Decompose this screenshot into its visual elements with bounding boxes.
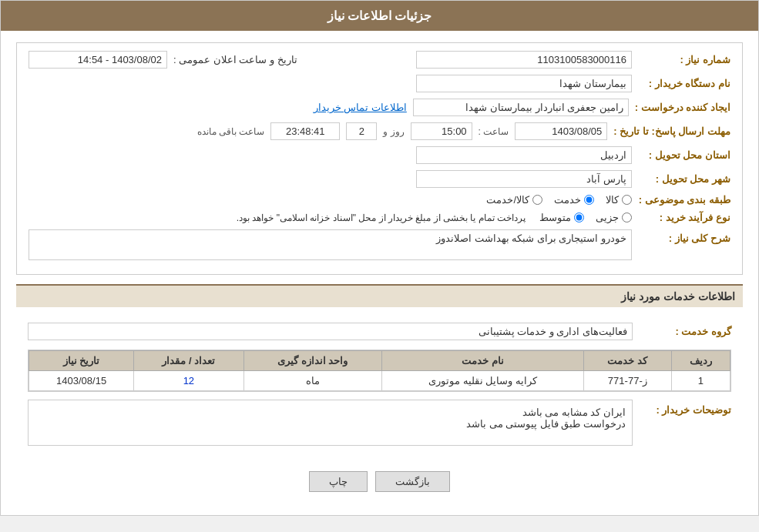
tarikh-elaan-label: تاریخ و ساعت اعلان عمومی : xyxy=(173,54,297,65)
row-ostan: استان محل تحویل : اردبیل xyxy=(29,146,730,164)
button-bar: بازگشت چاپ xyxy=(16,460,743,504)
ostan-value: اردبیل xyxy=(416,146,632,164)
cell-vahed: ماه xyxy=(243,371,382,391)
print-button[interactable]: چاپ xyxy=(309,471,368,492)
ijad-label: ایجاد کننده درخواست : xyxy=(635,102,730,113)
shahr-label: شهر محل تحویل : xyxy=(638,173,730,185)
table-header-row: ردیف کد خدمت نام خدمت واحد اندازه گیری ت… xyxy=(29,351,730,371)
tabaqe-label: طبقه بندی موضوعی : xyxy=(638,194,730,206)
tabaqe-kalakhadamat-item: کالا/خدمت xyxy=(486,194,542,206)
tabaqe-khadamat-label: خدمت xyxy=(554,194,581,206)
tozihat-line2: درخواست طبق فایل پیوستی می باشد xyxy=(35,418,626,430)
navoe-jazei-label: جزیی xyxy=(596,212,619,223)
cell-nam: کرایه وسایل نقلیه موتوری xyxy=(382,371,584,391)
contact-link[interactable]: اطلاعات تماس خریدار xyxy=(314,102,407,113)
row-shahr: شهر محل تحویل : پارس آباد xyxy=(29,170,730,188)
row-shomare: شماره نیاز : 1103100583000116 تاریخ و سا… xyxy=(29,51,730,69)
cell-radif: 1 xyxy=(671,371,730,391)
row-tabaqe: طبقه بندی موضوعی : کالا خدمت کالا/خدمت xyxy=(29,194,730,206)
tozihat-label: توضیحات خریدار : xyxy=(639,400,731,416)
col-tarikh: تاریخ نیاز xyxy=(29,351,134,371)
cell-tedad: 12 xyxy=(134,371,243,391)
tabaqe-kala-item: کالا xyxy=(606,194,632,206)
shahr-value: پارس آباد xyxy=(416,170,632,188)
navoe-motavaset-radio[interactable] xyxy=(574,212,584,223)
row-mohlat: مهلت ارسال پاسخ: تا تاریخ : 1403/08/05 س… xyxy=(29,122,730,140)
col-vahed: واحد اندازه گیری xyxy=(243,351,382,371)
tabaqe-khadamat-item: خدمت xyxy=(554,194,594,206)
tabaqe-khadamat-radio[interactable] xyxy=(584,195,594,205)
navoe-note: پرداخت تمام یا بخشی از مبلغ خریدار از مح… xyxy=(237,212,526,223)
navoe-label: نوع فرآیند خرید : xyxy=(638,212,730,223)
saat-label: ساعت : xyxy=(479,126,509,137)
namdastgah-value: بیمارستان شهدا xyxy=(416,75,632,92)
page-title: جزئیات اطلاعات نیاز xyxy=(327,9,432,22)
mohlat-label: مهلت ارسال پاسخ: تا تاریخ : xyxy=(613,125,730,137)
cell-kod: ز-77-771 xyxy=(583,371,671,391)
tabaqe-kalakhadamat-label: کالا/خدمت xyxy=(486,194,529,206)
tabaqe-kala-label: کالا xyxy=(606,194,619,206)
gorohe-value: فعالیت‌های اداری و خدمات پشتیبانی xyxy=(28,323,633,340)
gorohe-label: گروه خدمت : xyxy=(639,326,731,337)
row-gorohe: گروه خدمت : فعالیت‌های اداری و خدمات پشت… xyxy=(28,323,731,340)
tozihat-box: ایران کد مشابه می باشد درخواست طبق فایل … xyxy=(28,400,633,446)
mande-label: ساعت باقی مانده xyxy=(197,126,265,137)
cell-tarikh: 1403/08/15 xyxy=(29,371,134,391)
row-namdastgah: نام دستگاه خریدار : بیمارستان شهدا xyxy=(29,75,730,92)
shomare-niaz-value: 1103100583000116 xyxy=(416,51,632,69)
saat-value: 15:00 xyxy=(411,122,472,140)
tabaqe-radio-group: کالا خدمت کالا/خدمت xyxy=(486,194,632,206)
navoe-motavaset-item: متوسط xyxy=(539,212,584,223)
navoe-jazei-radio[interactable] xyxy=(622,212,632,223)
ostan-label: استان محل تحویل : xyxy=(638,149,730,161)
tabaqe-kalakhadamat-radio[interactable] xyxy=(532,195,542,205)
namdastgah-label: نام دستگاه خریدار : xyxy=(638,78,730,89)
services-table-container: ردیف کد خدمت نام خدمت واحد اندازه گیری ت… xyxy=(28,350,731,392)
tabaqe-kala-radio[interactable] xyxy=(622,195,632,205)
tarikh-value: 1403/08/05 xyxy=(515,122,607,140)
row-ijad: ایجاد کننده درخواست : رامین جعفری انبارد… xyxy=(29,99,730,116)
rooz-value: 2 xyxy=(346,122,377,140)
ijad-value: رامین جعفری انباردار بیمارستان شهدا xyxy=(413,99,629,116)
navoe-radio-group: جزیی متوسط xyxy=(539,212,632,223)
section2-content: گروه خدمت : فعالیت‌های اداری و خدمات پشت… xyxy=(16,315,743,460)
sharh-value: خودرو استیجاری برای شبکه بهداشت اصلاندوز xyxy=(29,229,632,260)
back-button[interactable]: بازگشت xyxy=(375,471,450,492)
row-tozihat: توضیحات خریدار : ایران کد مشابه می باشد … xyxy=(28,400,731,446)
sharh-label: شرح کلی نیاز : xyxy=(638,229,730,244)
col-tedad: تعداد / مقدار xyxy=(134,351,243,371)
services-table: ردیف کد خدمت نام خدمت واحد اندازه گیری ت… xyxy=(29,350,730,391)
section2-title: اطلاعات خدمات مورد نیاز xyxy=(16,284,743,307)
page-header: جزئیات اطلاعات نیاز xyxy=(1,1,758,31)
tozihat-line1: ایران کد مشابه می باشد xyxy=(35,407,626,418)
col-nam: نام خدمت xyxy=(382,351,584,371)
row-navoe: نوع فرآیند خرید : جزیی متوسط پرداخت تمام… xyxy=(29,212,730,223)
table-row: 1 ز-77-771 کرایه وسایل نقلیه موتوری ماه … xyxy=(29,371,730,391)
main-form: شماره نیاز : 1103100583000116 تاریخ و سا… xyxy=(16,42,743,275)
tarikh-elaan-value: 1403/08/02 - 14:54 xyxy=(29,51,167,69)
col-kod: کد خدمت xyxy=(583,351,671,371)
shomare-niaz-label: شماره نیاز : xyxy=(638,54,730,65)
rooz-label: روز و xyxy=(383,126,404,137)
navoe-motavaset-label: متوسط xyxy=(539,212,571,223)
navoe-jazei-item: جزیی xyxy=(596,212,632,223)
col-radif: ردیف xyxy=(671,351,730,371)
row-sharh: شرح کلی نیاز : خودرو استیجاری برای شبکه … xyxy=(29,229,730,260)
mande-value: 23:48:41 xyxy=(270,122,340,140)
